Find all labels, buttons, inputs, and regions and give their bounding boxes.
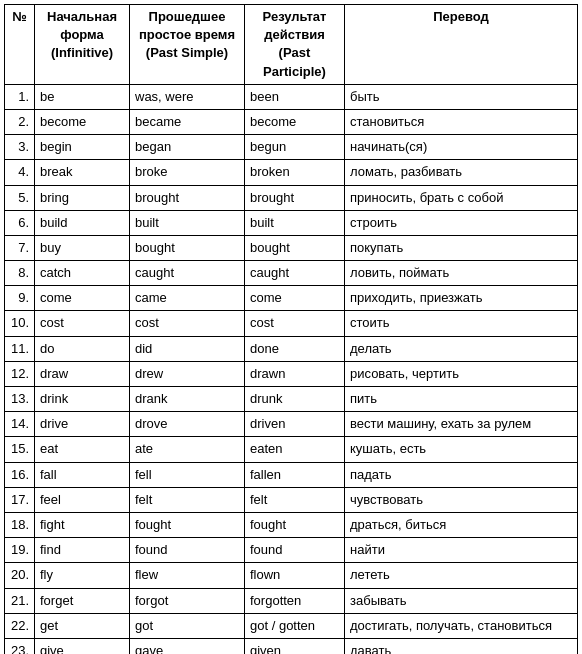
- table-row: 22. get got got / gotten достигать, полу…: [5, 613, 578, 638]
- cell-past-participle: broken: [245, 160, 345, 185]
- cell-num: 13.: [5, 387, 35, 412]
- cell-infinitive: get: [35, 613, 130, 638]
- cell-past-participle: got / gotten: [245, 613, 345, 638]
- table-row: 13. drink drank drunk пить: [5, 387, 578, 412]
- cell-past-simple: found: [130, 538, 245, 563]
- irregular-verbs-table: № Начальная форма (Infinitive) Прошедшее…: [4, 4, 578, 654]
- cell-infinitive: forget: [35, 588, 130, 613]
- cell-translation: давать: [345, 638, 578, 654]
- cell-translation: достигать, получать, становиться: [345, 613, 578, 638]
- header-past-participle: Результат действия (Past Participle): [245, 5, 345, 85]
- cell-past-simple: was, were: [130, 84, 245, 109]
- cell-past-simple: did: [130, 336, 245, 361]
- cell-past-participle: become: [245, 109, 345, 134]
- cell-num: 18.: [5, 512, 35, 537]
- cell-num: 20.: [5, 563, 35, 588]
- cell-num: 12.: [5, 361, 35, 386]
- cell-past-participle: been: [245, 84, 345, 109]
- cell-past-simple: fell: [130, 462, 245, 487]
- table-row: 7. buy bought bought покупать: [5, 235, 578, 260]
- cell-infinitive: build: [35, 210, 130, 235]
- cell-translation: ловить, поймать: [345, 261, 578, 286]
- cell-translation: пить: [345, 387, 578, 412]
- cell-translation: строить: [345, 210, 578, 235]
- table-row: 6. build built built строить: [5, 210, 578, 235]
- cell-num: 14.: [5, 412, 35, 437]
- cell-infinitive: draw: [35, 361, 130, 386]
- cell-infinitive: cost: [35, 311, 130, 336]
- cell-translation: покупать: [345, 235, 578, 260]
- cell-past-simple: caught: [130, 261, 245, 286]
- cell-translation: приносить, брать с собой: [345, 185, 578, 210]
- cell-past-simple: broke: [130, 160, 245, 185]
- cell-infinitive: drive: [35, 412, 130, 437]
- cell-infinitive: catch: [35, 261, 130, 286]
- cell-past-participle: brought: [245, 185, 345, 210]
- cell-past-participle: drawn: [245, 361, 345, 386]
- cell-translation: чувствовать: [345, 487, 578, 512]
- cell-num: 22.: [5, 613, 35, 638]
- cell-infinitive: fly: [35, 563, 130, 588]
- cell-num: 23.: [5, 638, 35, 654]
- cell-num: 10.: [5, 311, 35, 336]
- cell-past-participle: given: [245, 638, 345, 654]
- cell-num: 16.: [5, 462, 35, 487]
- cell-infinitive: feel: [35, 487, 130, 512]
- cell-past-simple: built: [130, 210, 245, 235]
- cell-past-participle: cost: [245, 311, 345, 336]
- cell-infinitive: find: [35, 538, 130, 563]
- cell-past-participle: bought: [245, 235, 345, 260]
- cell-translation: падать: [345, 462, 578, 487]
- table-row: 11. do did done делать: [5, 336, 578, 361]
- table-row: 17. feel felt felt чувствовать: [5, 487, 578, 512]
- cell-infinitive: fight: [35, 512, 130, 537]
- table-row: 5. bring brought brought приносить, брат…: [5, 185, 578, 210]
- table-row: 3. begin began begun начинать(ся): [5, 135, 578, 160]
- cell-translation: драться, биться: [345, 512, 578, 537]
- table-row: 4. break broke broken ломать, разбивать: [5, 160, 578, 185]
- table-row: 2. become became become становиться: [5, 109, 578, 134]
- table-row: 8. catch caught caught ловить, поймать: [5, 261, 578, 286]
- cell-past-simple: bought: [130, 235, 245, 260]
- cell-translation: делать: [345, 336, 578, 361]
- cell-translation: найти: [345, 538, 578, 563]
- cell-past-participle: flown: [245, 563, 345, 588]
- table-row: 16. fall fell fallen падать: [5, 462, 578, 487]
- cell-past-simple: became: [130, 109, 245, 134]
- cell-num: 17.: [5, 487, 35, 512]
- cell-infinitive: begin: [35, 135, 130, 160]
- cell-past-participle: found: [245, 538, 345, 563]
- cell-translation: начинать(ся): [345, 135, 578, 160]
- cell-num: 8.: [5, 261, 35, 286]
- table-row: 20. fly flew flown лететь: [5, 563, 578, 588]
- cell-past-participle: done: [245, 336, 345, 361]
- cell-past-simple: cost: [130, 311, 245, 336]
- cell-past-simple: forgot: [130, 588, 245, 613]
- cell-num: 1.: [5, 84, 35, 109]
- cell-translation: стоить: [345, 311, 578, 336]
- cell-past-participle: driven: [245, 412, 345, 437]
- cell-infinitive: be: [35, 84, 130, 109]
- cell-infinitive: fall: [35, 462, 130, 487]
- cell-past-simple: ate: [130, 437, 245, 462]
- cell-infinitive: buy: [35, 235, 130, 260]
- table-row: 18. fight fought fought драться, биться: [5, 512, 578, 537]
- cell-past-participle: fought: [245, 512, 345, 537]
- cell-num: 6.: [5, 210, 35, 235]
- cell-num: 4.: [5, 160, 35, 185]
- table-row: 21. forget forgot forgotten забывать: [5, 588, 578, 613]
- table-row: 23. give gave given давать: [5, 638, 578, 654]
- cell-num: 21.: [5, 588, 35, 613]
- table-row: 14. drive drove driven вести машину, еха…: [5, 412, 578, 437]
- cell-num: 3.: [5, 135, 35, 160]
- table-row: 9. come came come приходить, приезжать: [5, 286, 578, 311]
- cell-past-simple: got: [130, 613, 245, 638]
- cell-past-simple: began: [130, 135, 245, 160]
- cell-past-participle: drunk: [245, 387, 345, 412]
- cell-num: 19.: [5, 538, 35, 563]
- cell-infinitive: eat: [35, 437, 130, 462]
- cell-translation: ломать, разбивать: [345, 160, 578, 185]
- cell-num: 15.: [5, 437, 35, 462]
- header-infinitive: Начальная форма (Infinitive): [35, 5, 130, 85]
- header-translation: Перевод: [345, 5, 578, 85]
